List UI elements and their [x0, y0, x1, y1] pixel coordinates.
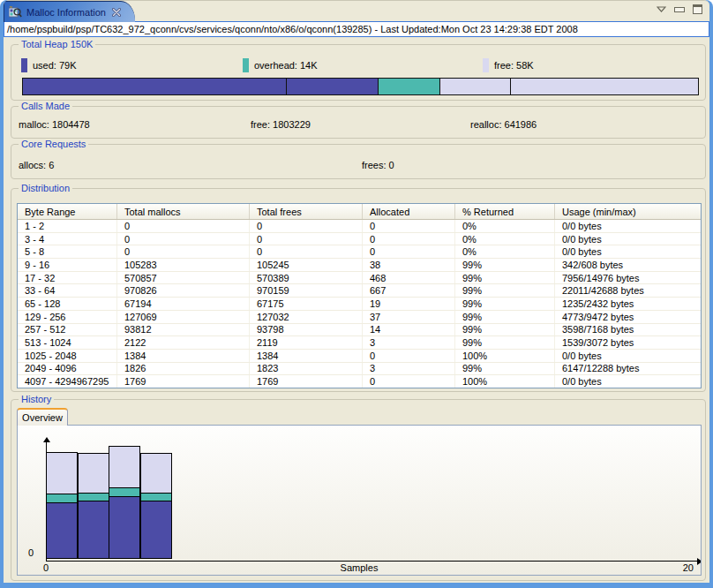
table-row[interactable]: 65 - 12867194671751999%1235/2432 bytes	[18, 298, 701, 311]
history-bar-1-overhead	[46, 494, 78, 503]
history-bar-3-overhead	[109, 487, 140, 497]
table-row[interactable]: 5 - 80000%0/0 bytes	[18, 245, 701, 259]
table-cell: 1539/3072 bytes	[555, 336, 701, 349]
calls-made-group: Calls Made malloc: 1804478free: 1803229r…	[11, 106, 706, 139]
table-cell: 1384	[117, 350, 250, 362]
table-cell: 93812	[117, 324, 250, 336]
legend-overhead: overhead: 14K	[243, 57, 318, 73]
table-row[interactable]: 9 - 161052831052453899%342/608 bytes	[18, 259, 701, 272]
table-row[interactable]: 2049 - 409618261823399%6147/12288 bytes	[18, 363, 701, 376]
table-cell: 99%	[455, 336, 555, 349]
tab-malloc-information[interactable]: Malloc Information	[4, 1, 135, 22]
table-cell: 6147/12288 bytes	[555, 363, 701, 375]
target-path-bar: /home/pspbuild/psp/TC632_972_qconn/cvs/s…	[4, 21, 709, 37]
y-axis-origin-label: 0	[28, 547, 34, 558]
table-cell: 17 - 32	[18, 272, 117, 284]
table-cell: 0	[250, 245, 363, 258]
table-row[interactable]: 513 - 102421222119399%1539/3072 bytes	[18, 336, 701, 350]
column-header[interactable]: Usage (min/max)	[555, 204, 701, 219]
table-cell: 0	[250, 220, 363, 232]
heap-segment-used	[23, 79, 378, 94]
malloc-information-window: Malloc Information	[0, 0, 713, 588]
calls-made-stats: malloc: 1804478free: 1803229realloc: 641…	[11, 107, 705, 138]
table-row[interactable]: 129 - 2561270691270323799%4773/9472 byte…	[18, 311, 701, 324]
malloc-info-content: Total Heap 150K used: 79Koverhead: 14Kfr…	[4, 37, 709, 581]
overhead-swatch-icon	[243, 58, 249, 72]
table-cell: 99%	[455, 284, 555, 297]
history-bar-4-used	[140, 501, 172, 559]
table-row[interactable]: 17 - 3257085757038946899%7956/14976 byte…	[18, 272, 701, 285]
calls-made-realloc: realloc: 641986	[470, 119, 537, 130]
table-cell: 99%	[455, 363, 555, 375]
table-cell: 22011/42688 bytes	[555, 284, 701, 297]
table-cell: 2119	[250, 336, 363, 349]
distribution-table[interactable]: Byte RangeTotal mallocsTotal freesAlloca…	[17, 203, 702, 388]
column-header[interactable]: Total mallocs	[117, 204, 250, 219]
tab-overview[interactable]: Overview	[17, 408, 68, 426]
close-icon[interactable]	[112, 8, 121, 17]
table-cell: 0	[363, 245, 455, 258]
table-cell: 257 - 512	[18, 324, 117, 336]
table-row[interactable]: 257 - 51293812937981499%3598/7168 bytes	[18, 324, 701, 337]
table-cell: 3598/7168 bytes	[555, 324, 701, 336]
table-cell: 0	[250, 233, 363, 245]
table-cell: 0	[363, 233, 455, 245]
distribution-table-header: Byte RangeTotal mallocsTotal freesAlloca…	[18, 204, 701, 220]
minimize-icon[interactable]	[674, 6, 685, 13]
table-row[interactable]: 3 - 40000%0/0 bytes	[18, 233, 701, 246]
table-cell: 100%	[455, 375, 555, 388]
column-header[interactable]: Total frees	[250, 204, 363, 219]
table-cell: 99%	[455, 272, 555, 284]
core-requests-allocs: allocs: 6	[19, 160, 54, 170]
table-cell: 3	[363, 336, 455, 349]
table-cell: 0	[117, 220, 250, 232]
table-cell: 37	[363, 311, 455, 323]
table-cell: 0/0 bytes	[555, 375, 701, 388]
table-cell: 2122	[117, 336, 250, 349]
history-bar-2-used	[78, 501, 109, 559]
table-cell: 0	[117, 245, 250, 258]
table-row[interactable]: 1025 - 2048138413840100%0/0 bytes	[18, 350, 701, 363]
table-cell: 5 - 8	[18, 245, 117, 258]
x-axis-max-label: 20	[683, 562, 694, 573]
heap-segment-overhead	[378, 79, 439, 94]
table-cell: 570389	[250, 272, 363, 284]
core-requests-stats: allocs: 6frees: 0	[11, 145, 705, 178]
table-row[interactable]: 33 - 6497082697015966799%22011/42688 byt…	[18, 284, 701, 298]
table-cell: 667	[363, 284, 455, 297]
table-cell: 1384	[250, 350, 363, 362]
table-cell: 4097 - 4294967295	[18, 375, 117, 388]
table-cell: 105283	[117, 259, 250, 271]
table-cell: 0/0 bytes	[555, 245, 701, 258]
column-header[interactable]: % Returned	[455, 204, 555, 219]
maximize-icon[interactable]	[693, 4, 702, 14]
tab-title: Malloc Information	[26, 7, 106, 18]
table-cell: 67175	[250, 298, 363, 310]
table-cell: 3	[363, 363, 455, 375]
table-cell: 570857	[117, 272, 250, 284]
total-heap-title: Total Heap 150K	[19, 39, 95, 50]
table-cell: 38	[363, 259, 455, 271]
table-cell: 100%	[455, 350, 555, 362]
table-cell: 7956/14976 bytes	[555, 272, 701, 284]
table-row[interactable]: 4097 - 4294967295176917690100%0/0 bytes	[18, 375, 701, 388]
table-cell: 0/0 bytes	[555, 233, 701, 245]
view-menu-icon[interactable]	[657, 6, 666, 12]
table-cell: 129 - 256	[18, 311, 117, 323]
column-header[interactable]: Allocated	[363, 204, 455, 219]
table-cell: 14	[363, 324, 455, 336]
history-bar-3-free	[109, 446, 140, 488]
table-cell: 4773/9472 bytes	[555, 311, 701, 323]
history-group: History Overview 0 0 Samples 20	[11, 399, 706, 581]
table-cell: 1769	[250, 375, 363, 388]
table-row[interactable]: 1 - 20000%0/0 bytes	[18, 220, 701, 233]
core-requests-group: Core Requests allocs: 6frees: 0	[11, 144, 706, 179]
legend-overhead-label: overhead: 14K	[254, 60, 318, 71]
x-axis-title: Samples	[18, 562, 701, 573]
table-cell: 127032	[250, 311, 363, 323]
legend-free-label: free: 58K	[494, 60, 534, 71]
table-cell: 1 - 2	[18, 220, 117, 232]
column-header[interactable]: Byte Range	[18, 204, 117, 219]
heap-usage-bar	[22, 78, 699, 95]
table-cell: 513 - 1024	[18, 336, 117, 349]
